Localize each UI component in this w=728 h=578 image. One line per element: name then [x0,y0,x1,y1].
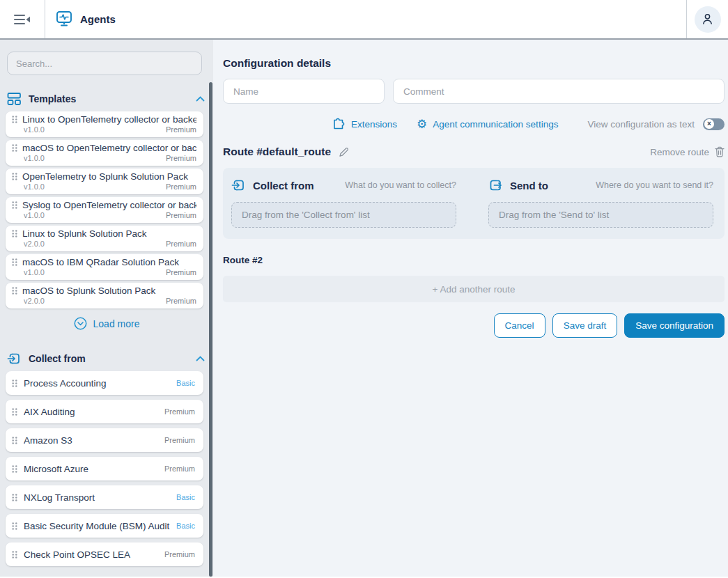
puzzle-icon [332,117,346,131]
profile-area [686,0,728,38]
collect-from-name: Check Point OPSEC LEA [24,549,159,560]
template-item[interactable]: macOS to IBM QRadar Solution Pack v1.0.0… [6,254,203,280]
send-to-icon [488,178,503,192]
collect-from-badge: Basic [176,522,195,530]
drag-handle-icon[interactable] [11,286,18,295]
collect-from-section-header[interactable]: Collect from [7,352,205,366]
collect-from-icon [231,178,246,192]
extensions-link[interactable]: Extensions [332,117,397,131]
user-profile-button[interactable] [695,6,721,33]
template-badge: Premium [166,182,196,191]
collect-from-name: Process Accounting [24,378,171,389]
cancel-button[interactable]: Cancel [494,313,545,338]
drag-handle-icon[interactable] [11,522,18,531]
drag-handle-icon[interactable] [11,436,18,445]
remove-route-button[interactable]: Remove route [650,146,725,157]
gear-icon: ⚙ [417,118,427,130]
drag-handle-icon[interactable] [11,201,18,210]
name-field[interactable] [223,79,385,104]
extensions-label: Extensions [351,119,397,130]
topbar: Agents [0,0,728,40]
template-item[interactable]: macOS to Splunk Solution Pack v2.0.0 Pre… [6,283,203,308]
template-name: OpenTelemetry to Splunk Solution Pack [22,171,196,182]
send-to-dropzone[interactable]: Drag from the 'Send to' list [488,202,713,228]
template-item[interactable]: Syslog to OpenTelemetry collector or bac… [6,197,203,223]
template-badge: Premium [166,268,196,276]
send-to-column: Send to Where do you want to send it? Dr… [488,178,713,228]
template-version: v1.0.0 [24,125,166,134]
template-name: macOS to Splunk Solution Pack [22,286,196,296]
collect-from-name: AIX Auditing [24,407,159,417]
collect-from-item[interactable]: Amazon S3 Premium [6,428,203,452]
remove-route-label: Remove route [650,147,709,157]
drag-handle-icon[interactable] [11,493,18,502]
collect-from-name: Basic Security Module (BSM) Audit [24,521,171,531]
template-item[interactable]: macOS to OpenTelemetry collector or back… [6,140,203,166]
save-configuration-button[interactable]: Save configuration [624,313,725,338]
collapse-sidebar-button[interactable] [0,0,45,38]
collect-from-icon [7,352,22,366]
template-badge: Premium [166,154,196,162]
collect-from-item[interactable]: Basic Security Module (BSM) Audit Basic [6,514,203,538]
chevron-down-circle-icon [74,317,87,330]
drag-handle-icon[interactable] [11,550,18,559]
template-item[interactable]: Linux to OpenTelemetry collector or back… [6,111,203,137]
template-item[interactable]: OpenTelemetry to Splunk Solution Pack v1… [6,169,203,194]
edit-route-name-button[interactable] [338,146,350,158]
collect-from-item[interactable]: Microsoft Azure Premium [6,457,203,481]
collect-from-badge: Premium [164,407,195,416]
template-item[interactable]: Linux to Splunk Solution Pack v2.0.0 Pre… [6,226,203,251]
collect-from-dropzone[interactable]: Drag from the 'Collect from' list [231,202,456,228]
collect-from-badge: Premium [164,436,195,444]
configuration-details-title: Configuration details [223,57,725,70]
drag-handle-icon[interactable] [11,229,18,238]
drag-handle-icon[interactable] [11,143,18,153]
template-version: v1.0.0 [24,211,166,219]
template-name: Syslog to OpenTelemetry collector or bac… [22,200,196,210]
agent-communication-settings-link[interactable]: ⚙ Agent communication settings [417,118,558,130]
collect-from-column: Collect from What do you want to collect… [231,178,456,228]
save-draft-button[interactable]: Save draft [552,313,618,338]
person-icon [700,12,715,26]
collect-from-name: Microsoft Azure [24,464,159,474]
collect-from-item[interactable]: Process Accounting Basic [6,371,203,395]
send-to-dropzone-label: Drag from the 'Send to' list [499,210,609,220]
template-name: Linux to OpenTelemetry collector or back… [22,114,196,125]
load-more-button[interactable]: Load more [0,317,213,330]
load-more-label: Load more [93,318,140,329]
collect-from-dropzone-label: Drag from the 'Collect from' list [242,210,370,220]
search-input[interactable] [7,52,202,75]
drag-handle-icon[interactable] [11,379,18,388]
collect-from-badge: Basic [176,493,195,501]
collect-from-section-title: Collect from [29,353,189,364]
drag-handle-icon[interactable] [11,464,18,474]
sidebar-scrollbar[interactable] [209,82,212,577]
drag-handle-icon[interactable] [11,407,18,416]
chevron-up-icon[interactable] [196,96,205,102]
collect-from-item[interactable]: Check Point OPSEC LEA Premium [6,542,203,566]
templates-section-header[interactable]: Templates [7,92,205,106]
add-another-route-button[interactable]: + Add another route [223,276,725,302]
drag-handle-icon[interactable] [11,115,18,124]
template-version: v1.0.0 [24,268,166,276]
templates-icon [7,92,22,106]
send-to-hint: Where do you want to send it? [596,180,713,190]
template-name: macOS to IBM QRadar Solution Pack [22,257,196,267]
collect-from-list: Process Accounting Basic AIX Auditing Pr… [6,371,203,566]
drag-handle-icon[interactable] [11,172,18,181]
drag-handle-icon[interactable] [11,258,18,267]
template-name: Linux to Splunk Solution Pack [22,228,196,239]
route-default-title: Route #default_route [223,146,331,158]
template-version: v2.0.0 [24,240,166,248]
collect-from-title: Collect from [253,180,314,192]
collect-from-name: Amazon S3 [24,435,159,446]
agent-communication-settings-label: Agent communication settings [433,119,558,130]
comment-field[interactable] [393,79,725,104]
view-as-text-toggle[interactable]: × [703,118,725,130]
chevron-up-icon[interactable] [196,356,205,361]
agents-monitor-icon [55,10,73,28]
template-badge: Premium [166,297,196,305]
hamburger-collapse-icon [14,13,31,26]
collect-from-item[interactable]: AIX Auditing Premium [6,400,203,423]
collect-from-item[interactable]: NXLog Transport Basic [6,485,203,509]
